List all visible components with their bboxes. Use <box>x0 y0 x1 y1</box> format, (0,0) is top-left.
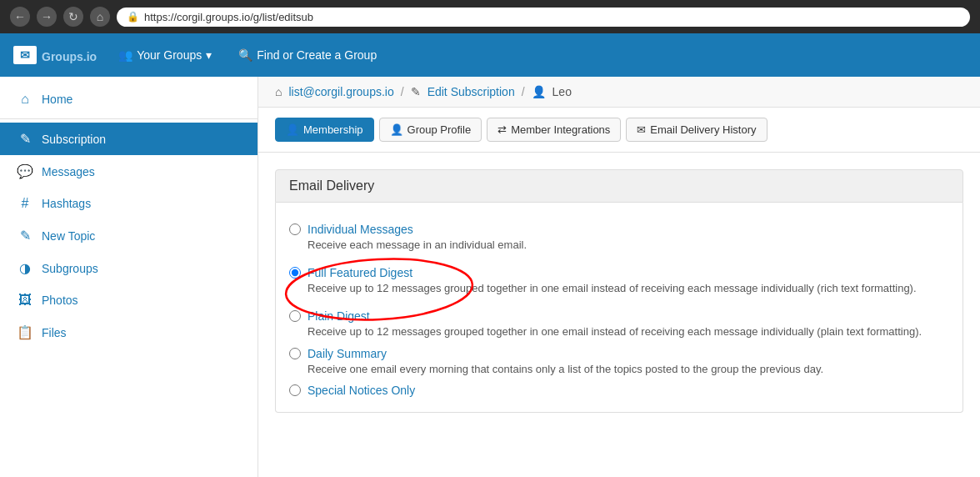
radio-individual-messages: Individual Messages <box>289 223 949 236</box>
section-header: Email Delivery <box>275 169 963 203</box>
sidebar-item-subgroups[interactable]: ◑ Subgroups <box>0 252 258 284</box>
full-digest-wrapper: Full Featured Digest Receive up to 12 me… <box>289 259 949 303</box>
tab-membership[interactable]: 👤 Membership <box>275 118 374 142</box>
radio-desc-plain-digest: Receive up to 12 messages grouped togeth… <box>308 324 949 339</box>
email-delivery-section: Email Delivery Individual Messages Recei… <box>275 169 963 413</box>
radio-label-individual[interactable]: Individual Messages <box>308 223 413 236</box>
radio-label-plain-digest[interactable]: Plain Digest <box>308 309 370 323</box>
tab-member-integrations[interactable]: ⇄ Member Integrations <box>487 118 621 142</box>
logo-icon: ✉ <box>13 46 37 64</box>
sidebar: ⌂ Home ✎ Subscription 💬 Messages # Hasht… <box>0 77 258 477</box>
dropdown-arrow-icon: ▾ <box>206 48 212 62</box>
new-topic-icon: ✎ <box>17 228 33 244</box>
membership-tab-icon: 👤 <box>286 123 299 136</box>
radio-label-full-digest[interactable]: Full Featured Digest <box>308 266 412 279</box>
radio-daily-summary: Daily Summary <box>289 347 949 360</box>
sidebar-item-new-topic[interactable]: ✎ New Topic <box>0 219 258 252</box>
radio-label-daily-summary[interactable]: Daily Summary <box>308 347 387 360</box>
breadcrumb: ⌂ list@corgil.groups.io / ✎ Edit Subscri… <box>258 77 980 108</box>
photos-icon: 🖼 <box>17 293 33 308</box>
radio-input-special-notices[interactable] <box>289 384 301 396</box>
subgroups-icon: ◑ <box>17 260 33 276</box>
tabs-bar: 👤 Membership 👤 Group Profile ⇄ Member In… <box>258 108 980 153</box>
section-body: Individual Messages Receive each message… <box>275 203 963 413</box>
url-text: https://corgil.groups.io/g/list/editsub <box>144 11 313 23</box>
radio-full-digest: Full Featured Digest <box>289 266 949 279</box>
radio-input-plain-digest[interactable] <box>289 310 301 322</box>
sidebar-item-photos[interactable]: 🖼 Photos <box>0 284 258 316</box>
files-icon: 📋 <box>17 324 33 340</box>
member-integrations-tab-icon: ⇄ <box>498 123 507 136</box>
sidebar-divider <box>0 118 258 119</box>
back-button[interactable]: ← <box>10 7 30 27</box>
refresh-button[interactable]: ↻ <box>63 7 83 27</box>
sidebar-item-messages[interactable]: 💬 Messages <box>0 155 258 188</box>
your-groups-link[interactable]: 👥 Your Groups ▾ <box>113 45 217 65</box>
forward-button[interactable]: → <box>37 7 57 27</box>
radio-label-special-notices[interactable]: Special Notices Only <box>308 384 415 397</box>
breadcrumb-group-icon: ⌂ <box>275 85 282 98</box>
breadcrumb-edit-link[interactable]: Edit Subscription <box>428 85 515 98</box>
breadcrumb-user: Leo <box>552 85 572 98</box>
group-profile-tab-icon: 👤 <box>390 123 403 136</box>
radio-plain-digest: Plain Digest <box>289 309 949 323</box>
home-icon: ⌂ <box>17 92 33 107</box>
sidebar-item-subscription[interactable]: ✎ Subscription <box>0 123 258 155</box>
logo[interactable]: ✉ Groups.io <box>13 46 97 65</box>
sidebar-item-hashtags[interactable]: # Hashtags <box>0 188 258 219</box>
radio-input-individual[interactable] <box>289 223 301 235</box>
radio-input-full-digest[interactable] <box>289 267 301 279</box>
your-groups-icon: 👥 <box>118 48 132 62</box>
breadcrumb-sep-1: / <box>401 85 404 98</box>
browser-chrome: ← → ↻ ⌂ 🔒 https://corgil.groups.io/g/lis… <box>0 0 980 33</box>
email-history-tab-icon: ✉ <box>637 123 646 136</box>
breadcrumb-group-link[interactable]: list@corgil.groups.io <box>288 85 393 98</box>
address-bar[interactable]: 🔒 https://corgil.groups.io/g/list/editsu… <box>117 8 970 27</box>
breadcrumb-user-icon: 👤 <box>532 85 546 98</box>
lock-icon: 🔒 <box>127 11 139 23</box>
radio-special-notices: Special Notices Only <box>289 384 949 397</box>
logo-text: Groups.io <box>42 46 97 65</box>
radio-desc-full-digest: Receive up to 12 messages grouped togeth… <box>308 281 949 296</box>
tab-group-profile[interactable]: 👤 Group Profile <box>379 118 482 142</box>
content-area: ⌂ list@corgil.groups.io / ✎ Edit Subscri… <box>258 77 980 477</box>
sidebar-item-home[interactable]: ⌂ Home <box>0 83 258 115</box>
main-layout: ⌂ Home ✎ Subscription 💬 Messages # Hasht… <box>0 77 980 477</box>
sidebar-item-files[interactable]: 📋 Files <box>0 316 258 349</box>
subscription-icon: ✎ <box>17 131 33 147</box>
radio-desc-individual: Receive each message in an individual em… <box>308 238 949 253</box>
find-group-link[interactable]: 🔍 Find or Create a Group <box>233 45 382 65</box>
breadcrumb-sep-2: / <box>522 85 525 98</box>
search-icon: 🔍 <box>238 48 252 62</box>
hashtags-icon: # <box>17 196 33 211</box>
radio-desc-daily-summary: Receive one email every morning that con… <box>308 362 949 377</box>
messages-icon: 💬 <box>17 163 33 179</box>
radio-input-daily-summary[interactable] <box>289 348 301 359</box>
home-button[interactable]: ⌂ <box>90 7 110 27</box>
breadcrumb-edit-icon: ✎ <box>411 85 421 98</box>
tab-email-delivery-history[interactable]: ✉ Email Delivery History <box>626 118 767 142</box>
top-nav: ✉ Groups.io 👥 Your Groups ▾ 🔍 Find or Cr… <box>0 33 980 77</box>
